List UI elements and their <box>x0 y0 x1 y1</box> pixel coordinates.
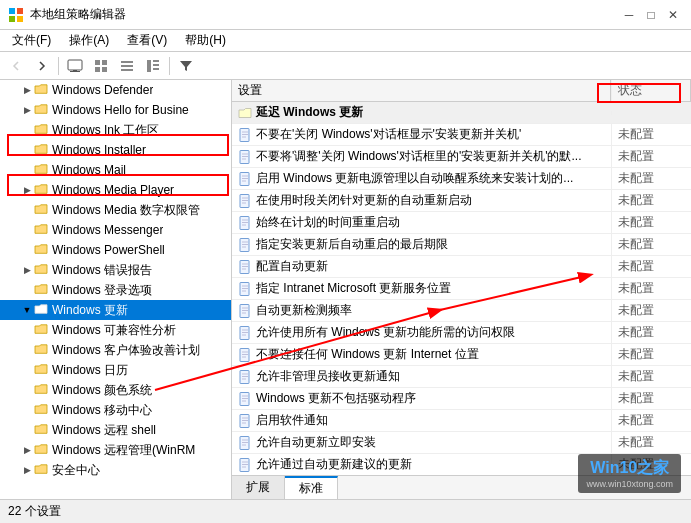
toolbar <box>0 52 691 80</box>
settings-row[interactable]: 启用软件通知未配置 <box>232 410 691 432</box>
setting-page-icon <box>238 370 252 384</box>
minimize-button[interactable]: ─ <box>619 5 639 25</box>
section-title: 延迟 Windows 更新 <box>232 102 611 123</box>
settings-row[interactable]: 配置自动更新未配置 <box>232 256 691 278</box>
tree-arrow-icon: ▶ <box>20 265 34 275</box>
tree-item-label: Windows 错误报告 <box>52 262 152 279</box>
tree-item[interactable]: ▶Windows Media Player <box>0 180 231 200</box>
folder-icon <box>34 123 48 138</box>
view-button-1[interactable] <box>89 55 113 77</box>
tree-item[interactable]: Windows Mail <box>0 160 231 180</box>
tree-item[interactable]: ▶Windows Defender <box>0 80 231 100</box>
svg-rect-14 <box>147 60 151 72</box>
tree-panel[interactable]: ▶Windows Defender▶Windows Hello for Busi… <box>0 80 232 499</box>
show-hide-console-button[interactable] <box>63 55 87 77</box>
settings-table[interactable]: 设置 状态 延迟 Windows 更新 <box>232 80 691 475</box>
settings-row[interactable]: 在使用时段关闭针对更新的自动重新启动未配置 <box>232 190 691 212</box>
tree-item[interactable]: ▶Windows 远程管理(WinRM <box>0 440 231 460</box>
menu-help[interactable]: 帮助(H) <box>177 30 234 51</box>
setting-page-icon <box>238 392 252 406</box>
setting-page-icon <box>238 348 252 362</box>
menu-action[interactable]: 操作(A) <box>61 30 117 51</box>
tab-expand[interactable]: 扩展 <box>232 476 285 499</box>
status-cell: 未配置 <box>611 344 691 365</box>
tab-standard[interactable]: 标准 <box>285 476 338 499</box>
setting-page-icon <box>238 436 252 450</box>
tree-item-label: Windows 远程管理(WinRM <box>52 442 195 459</box>
svg-rect-6 <box>73 70 77 71</box>
folder-icon <box>34 443 48 458</box>
svg-rect-74 <box>240 436 249 449</box>
tree-arrow-icon: ▼ <box>20 305 34 315</box>
tree-item[interactable]: Windows Messenger <box>0 220 231 240</box>
svg-rect-42 <box>240 260 249 273</box>
svg-rect-5 <box>70 71 80 72</box>
settings-row[interactable]: 允许非管理员接收更新通知未配置 <box>232 366 691 388</box>
folder-icon <box>34 283 48 298</box>
back-button[interactable] <box>4 55 28 77</box>
settings-row[interactable]: 不要连接任何 Windows 更新 Internet 位置未配置 <box>232 344 691 366</box>
filter-button[interactable] <box>174 55 198 77</box>
setting-cell: 不要将'调整'关闭 Windows'对话框里的'安装更新并关机'的默... <box>232 146 611 167</box>
watermark: Win10之家 www.win10xtong.com <box>578 454 681 493</box>
status-cell: 未配置 <box>611 388 691 409</box>
settings-row[interactable]: 不要将'调整'关闭 Windows'对话框里的'安装更新并关机'的默...未配置 <box>232 146 691 168</box>
tree-item[interactable]: Windows 颜色系统 <box>0 380 231 400</box>
tree-item[interactable]: ▶Windows 错误报告 <box>0 260 231 280</box>
setting-page-icon <box>238 458 252 472</box>
tree-item-label: Windows 日历 <box>52 362 128 379</box>
setting-cell: Windows 更新不包括驱动程序 <box>232 388 611 409</box>
settings-row[interactable]: 指定 Intranet Microsoft 更新服务位置未配置 <box>232 278 691 300</box>
tree-item[interactable]: Windows Media 数字权限管 <box>0 200 231 220</box>
folder-icon <box>34 383 48 398</box>
status-bar: 22 个设置 <box>0 499 691 523</box>
svg-rect-4 <box>68 60 82 70</box>
tree-item[interactable]: ▼Windows 更新 <box>0 300 231 320</box>
tree-item[interactable]: Windows 登录选项 <box>0 280 231 300</box>
settings-row[interactable]: 允许自动更新立即安装未配置 <box>232 432 691 454</box>
tree-item[interactable]: Windows 可兼容性分析 <box>0 320 231 340</box>
menu-file[interactable]: 文件(F) <box>4 30 59 51</box>
setting-page-icon <box>238 260 252 274</box>
setting-cell: 允许通过自动更新建议的更新 <box>232 454 611 475</box>
folder-icon <box>34 403 48 418</box>
tree-arrow-icon: ▶ <box>20 465 34 475</box>
tree-item[interactable]: Windows Ink 工作区 <box>0 120 231 140</box>
view-button-3[interactable] <box>141 55 165 77</box>
setting-cell: 不要在'关闭 Windows'对话框显示'安装更新并关机' <box>232 124 611 145</box>
settings-row[interactable]: 允许使用所有 Windows 更新功能所需的访问权限未配置 <box>232 322 691 344</box>
menu-view[interactable]: 查看(V) <box>119 30 175 51</box>
setting-label: 自动更新检测频率 <box>256 302 352 319</box>
settings-row[interactable]: Windows 更新不包括驱动程序未配置 <box>232 388 691 410</box>
view-button-2[interactable] <box>115 55 139 77</box>
svg-rect-70 <box>240 414 249 427</box>
tree-item[interactable]: ▶安全中心 <box>0 460 231 480</box>
svg-rect-2 <box>9 16 15 22</box>
maximize-button[interactable]: □ <box>641 5 661 25</box>
tree-item[interactable]: Windows 客户体验改善计划 <box>0 340 231 360</box>
settings-row[interactable]: 不要在'关闭 Windows'对话框显示'安装更新并关机'未配置 <box>232 124 691 146</box>
settings-row[interactable]: 始终在计划的时间重重启动未配置 <box>232 212 691 234</box>
close-button[interactable]: ✕ <box>663 5 683 25</box>
title-bar-left: 本地组策略编辑器 <box>8 6 126 23</box>
tree-item[interactable]: Windows Installer <box>0 140 231 160</box>
tree-item[interactable]: ▶Windows Hello for Busine <box>0 100 231 120</box>
svg-rect-62 <box>240 370 249 383</box>
settings-row[interactable]: 启用 Windows 更新电源管理以自动唤醒系统来安装计划的...未配置 <box>232 168 691 190</box>
tree-item[interactable]: Windows PowerShell <box>0 240 231 260</box>
tree-item-label: Windows 可兼容性分析 <box>52 322 176 339</box>
svg-rect-3 <box>17 16 23 22</box>
folder-icon <box>34 423 48 438</box>
tree-item[interactable]: Windows 远程 shell <box>0 420 231 440</box>
header-status: 状态 <box>611 80 691 101</box>
setting-page-icon <box>238 238 252 252</box>
status-cell: 未配置 <box>611 124 691 145</box>
tree-item[interactable]: Windows 日历 <box>0 360 231 380</box>
setting-page-icon <box>238 414 252 428</box>
forward-button[interactable] <box>30 55 54 77</box>
settings-row[interactable]: 指定安装更新后自动重启的最后期限未配置 <box>232 234 691 256</box>
back-icon <box>10 60 22 72</box>
tree-item[interactable]: Windows 移动中心 <box>0 400 231 420</box>
setting-cell: 不要连接任何 Windows 更新 Internet 位置 <box>232 344 611 365</box>
settings-row[interactable]: 自动更新检测频率未配置 <box>232 300 691 322</box>
